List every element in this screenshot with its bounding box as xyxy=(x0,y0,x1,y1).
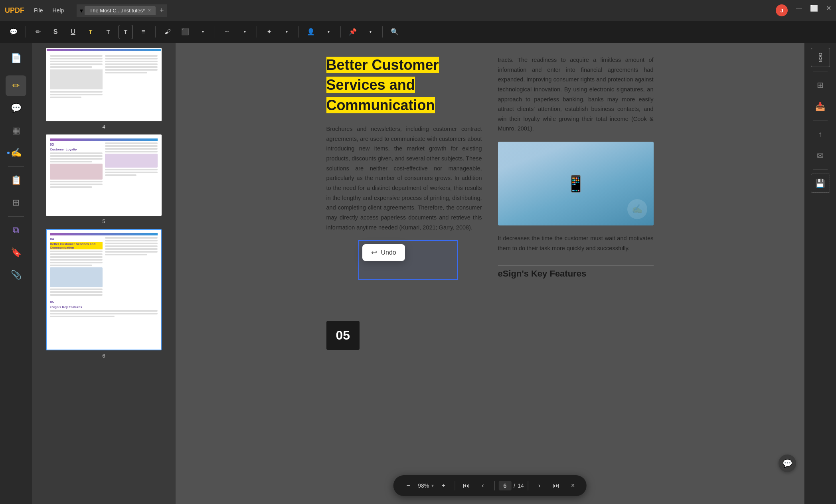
toolbar-sep-5 xyxy=(298,26,299,38)
main-container: 📄 ✏ 💬 ▦ ✍ 📋 ⊞ ⧉ 🔖 📎 xyxy=(0,43,836,504)
sidebar-item-thumbnail[interactable]: ▦ xyxy=(6,120,26,141)
stamp-btn[interactable]: 📌 xyxy=(346,25,360,39)
underline-btn[interactable]: U xyxy=(66,25,80,39)
star-btn[interactable]: ✦ xyxy=(262,25,276,39)
undo-label[interactable]: Undo xyxy=(381,249,396,256)
pdf-page-content: Better Customer Services and Communicati… xyxy=(326,55,654,350)
user-avatar[interactable]: J xyxy=(776,4,788,16)
nav-sep-3 xyxy=(528,481,528,490)
right-panel-divider-3 xyxy=(813,169,828,170)
thumbnail-item-5[interactable]: 03 Customer Loyalty xyxy=(35,134,172,224)
sidebar-item-forms[interactable]: 📋 xyxy=(6,170,26,191)
go-last-btn[interactable]: ⏭ xyxy=(549,478,563,493)
save-panel-btn[interactable]: 💾 xyxy=(811,174,830,193)
nav-sep-2 xyxy=(494,481,494,490)
maximize-button[interactable]: ⬜ xyxy=(810,4,818,16)
search-btn[interactable]: 🔍 xyxy=(387,25,402,39)
sidebar-left: 📄 ✏ 💬 ▦ ✍ 📋 ⊞ ⧉ 🔖 📎 xyxy=(0,43,32,504)
thumbnail-label-6: 6 xyxy=(102,353,105,359)
toolbar-sep-7 xyxy=(382,26,383,38)
go-next-btn[interactable]: › xyxy=(532,478,547,493)
sidebar-item-highlight[interactable]: ✏ xyxy=(6,75,26,96)
comment-button[interactable]: 💬 xyxy=(779,455,796,472)
new-tab-button[interactable]: + xyxy=(160,6,164,15)
close-button[interactable]: ✕ xyxy=(826,4,831,16)
sidebar-item-bookmark[interactable]: 🔖 xyxy=(6,242,26,263)
page-number-input[interactable] xyxy=(498,481,511,490)
go-first-btn[interactable]: ⏮ xyxy=(459,478,473,493)
undo-popup[interactable]: ↩ Undo xyxy=(362,244,405,261)
total-pages: 14 xyxy=(518,482,524,489)
go-prev-btn[interactable]: ‹ xyxy=(476,478,490,493)
import-panel-btn[interactable]: 📥 xyxy=(811,97,830,116)
sidebar-item-edit[interactable]: ✍ xyxy=(6,142,26,163)
sidebar-item-document[interactable]: 📄 xyxy=(6,48,26,69)
sidebar-item-layers[interactable]: ⧉ xyxy=(6,220,26,241)
strikethrough-btn[interactable]: S xyxy=(48,25,63,39)
comment-tool-btn[interactable]: 💬 xyxy=(6,25,21,39)
menu-file[interactable]: File xyxy=(34,7,43,14)
tab-close-button[interactable]: × xyxy=(148,8,151,13)
eraser-btn[interactable]: 🖌 xyxy=(160,25,175,39)
text-color-btn[interactable]: T xyxy=(83,25,98,39)
toolbar-sep-3 xyxy=(215,26,215,38)
tab-item[interactable]: The Most C....Institutes* × xyxy=(85,6,156,15)
thumbnail-panel: 4 03 Customer Loyalty xyxy=(32,43,176,504)
sidebar-divider-2 xyxy=(8,166,24,167)
text-edit-btn[interactable]: T xyxy=(119,25,133,39)
zoom-in-btn[interactable]: + xyxy=(436,478,451,493)
thumbnail-image-4 xyxy=(46,48,162,121)
mail-panel-btn[interactable]: ✉ xyxy=(811,146,830,165)
undo-icon: ↩ xyxy=(371,248,377,257)
more-text-btn[interactable]: ≡ xyxy=(136,25,150,39)
pdf-section-title: eSign's Key Features xyxy=(498,265,654,279)
pdf-viewer[interactable]: Better Customer Services and Communicati… xyxy=(176,43,804,504)
pdf-right-text-1: tracts. The readiness to acquire a limit… xyxy=(498,55,654,134)
user-dropdown-btn[interactable]: ▾ xyxy=(321,25,336,39)
thumbnail-image-5: 03 Customer Loyalty xyxy=(46,134,162,216)
stamp-dropdown-btn[interactable]: ▾ xyxy=(363,25,377,39)
right-panel: OCR ⊞ 📥 ↑ ✉ 💾 xyxy=(804,43,836,504)
sidebar-item-comment[interactable]: 💬 xyxy=(6,98,26,119)
nav-sep-1 xyxy=(455,481,455,490)
draw-btn[interactable]: 〰 xyxy=(220,25,234,39)
thumbnail-label-5: 5 xyxy=(102,218,105,224)
toolbar-sep-2 xyxy=(155,26,156,38)
star-dropdown-btn[interactable]: ▾ xyxy=(279,25,294,39)
text-box-btn[interactable]: T xyxy=(101,25,115,39)
sidebar-divider-3 xyxy=(8,216,24,217)
right-panel-divider-2 xyxy=(813,120,828,121)
nav-close-btn[interactable]: × xyxy=(567,480,579,491)
scan-panel-btn[interactable]: ⊞ xyxy=(811,75,830,95)
menu-help[interactable]: Help xyxy=(53,7,64,14)
draw-dropdown-btn[interactable]: ▾ xyxy=(237,25,252,39)
zoom-level-text: 98% xyxy=(418,482,429,489)
sidebar-item-ocr[interactable]: ⊞ xyxy=(6,192,26,213)
pdf-image: ✍ 📱 xyxy=(498,142,654,225)
tab-dropdown-arrow[interactable]: ▾ xyxy=(80,7,83,14)
thumbnail-item-4[interactable]: 4 xyxy=(35,48,172,130)
shapes-btn[interactable]: ⬛ xyxy=(178,25,192,39)
page-05-number: 05 xyxy=(336,328,350,342)
toolbar-sep-4 xyxy=(257,26,257,38)
zoom-arrow[interactable]: ▾ xyxy=(431,483,434,488)
toolbar-sep-6 xyxy=(340,26,341,38)
user-btn[interactable]: 👤 xyxy=(304,25,318,39)
shapes-dropdown-btn[interactable]: ▾ xyxy=(196,25,210,39)
zoom-out-btn[interactable]: − xyxy=(401,478,415,493)
ocr-panel-btn[interactable]: OCR xyxy=(811,48,830,67)
pdf-left-column: Better Customer Services and Communicati… xyxy=(326,55,482,350)
menu-bar: File Help xyxy=(34,7,64,14)
toolbar: 💬 ✏ S U T T T ≡ 🖌 ⬛ ▾ 〰 ▾ ✦ ▾ 👤 ▾ 📌 ▾ 🔍 xyxy=(0,21,836,43)
ocr-text: OCR xyxy=(818,53,823,62)
thumbnail-item-6[interactable]: 04 Better Customer Services and Communic… xyxy=(35,229,172,359)
thumbnail-label-4: 4 xyxy=(102,124,105,130)
highlight-btn[interactable]: ✏ xyxy=(31,25,45,39)
title-bar: UPDF File Help ▾ The Most C....Institute… xyxy=(0,0,836,21)
share-panel-btn[interactable]: ↑ xyxy=(811,125,830,144)
content-area: 4 03 Customer Loyalty xyxy=(32,43,836,504)
sidebar-item-attachment[interactable]: 📎 xyxy=(6,265,26,285)
tab-bar: ▾ The Most C....Institutes* × + xyxy=(77,4,167,17)
toolbar-sep-1 xyxy=(26,26,26,38)
minimize-button[interactable]: — xyxy=(796,4,802,16)
